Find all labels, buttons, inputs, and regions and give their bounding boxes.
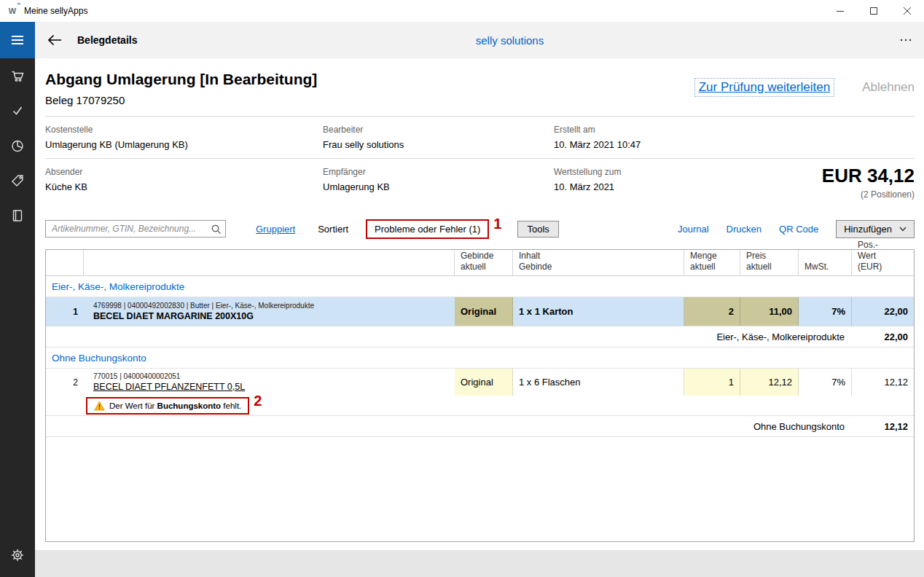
cell-menge[interactable]: 2: [684, 297, 740, 326]
sidebar-spacer: [0, 233, 35, 538]
field-label: Absender: [45, 167, 323, 177]
back-arrow-icon: [47, 33, 63, 47]
field-label: Bearbeiter: [323, 125, 554, 135]
group-header: Ohne Buchungskonto: [46, 348, 914, 369]
group-header: Eier-, Käse-, Molkereiprodukte: [46, 276, 914, 297]
cell-gebinde[interactable]: Original: [455, 369, 513, 396]
field-label: Kostenstelle: [45, 125, 323, 135]
row-warning: Der Wert für Buchungskonto fehlt. 2: [46, 396, 914, 416]
menu-button[interactable]: [0, 22, 35, 58]
journal-link[interactable]: Journal: [678, 224, 709, 235]
search-input[interactable]: [52, 224, 211, 234]
document-title: Abgang Umlagerung [In Bearbeitung]: [45, 71, 317, 88]
table-header-row: Gebinde aktuell Inhalt Gebinde Menge akt…: [46, 250, 914, 276]
subtotal-label: Ohne Buchungskonto: [46, 421, 852, 432]
field-empfaenger: Empfänger Umlagerung KB: [323, 167, 554, 214]
total-amount: EUR 34,12: [822, 165, 915, 187]
header-pos-wert: Pos.-Wert (EUR): [852, 250, 914, 275]
problems-filter-button[interactable]: Probleme oder Fehler (1): [366, 219, 489, 239]
window-titlebar: W Meine sellyApps: [0, 0, 924, 22]
page-title: Belegdetails: [77, 34, 137, 46]
cart-icon: [10, 68, 25, 83]
pie-chart-icon: [10, 138, 25, 153]
cell-inhalt[interactable]: 1 x 6 Flaschen: [513, 369, 684, 396]
cell-inhalt[interactable]: 1 x 1 Karton: [513, 297, 684, 326]
drucken-link[interactable]: Drucken: [727, 224, 761, 235]
header-mwst: MwSt.: [799, 250, 852, 275]
cell-pos-wert: 22,00: [852, 297, 914, 326]
sidebar-item-tasks[interactable]: [0, 93, 35, 128]
subtotal-label: Eier-, Käse-, Molkereiprodukte: [46, 331, 852, 342]
cell-gebinde[interactable]: Original: [455, 297, 513, 326]
maximize-button[interactable]: [857, 0, 890, 22]
document-number: Beleg 17079250: [45, 94, 317, 106]
tenant-title: selly solutions: [476, 34, 544, 47]
menu-icon: [12, 36, 23, 37]
table-empty-area: [46, 437, 914, 541]
check-icon: [10, 103, 25, 118]
field-erstellt-am: Erstellt am 10. März 2021 10:47: [554, 125, 915, 158]
minimize-button[interactable]: [823, 0, 857, 22]
annotation-marker-1: 1: [493, 216, 501, 232]
minimize-icon: [837, 7, 844, 15]
document-total: EUR 34,12 (2 Positionen): [822, 165, 915, 200]
sidebar-item-reports[interactable]: [0, 128, 35, 163]
hinzufuegen-button[interactable]: Hinzufügen: [836, 220, 915, 238]
maximize-icon: [870, 7, 877, 15]
warning-triangle-icon: [94, 401, 105, 411]
header-menge: Menge aktuell: [684, 250, 740, 275]
list-toolbar: Gruppiert Sortiert Probleme oder Fehler …: [45, 219, 915, 239]
qr-code-link[interactable]: QR Code: [779, 224, 818, 235]
cell-preis[interactable]: 12,12: [740, 369, 799, 396]
forward-for-review-link[interactable]: Zur Prüfung weiterleiten: [694, 78, 834, 97]
header-description: [84, 250, 455, 275]
row-position: 1: [46, 297, 84, 326]
field-value: Frau selly solutions: [323, 139, 554, 150]
reject-button[interactable]: Ablehnen: [862, 78, 915, 97]
book-icon: [10, 208, 25, 223]
search-icon[interactable]: [211, 224, 222, 235]
close-button[interactable]: [890, 0, 924, 22]
row-description: 770015 | 04000400002051 BECEL DIAET PFLA…: [84, 369, 455, 396]
document-heading: Abgang Umlagerung [In Bearbeitung] Beleg…: [45, 71, 317, 116]
sidebar-item-journal[interactable]: [0, 198, 35, 233]
cell-preis[interactable]: 11,00: [740, 297, 799, 326]
back-button[interactable]: [45, 31, 64, 50]
settings-button[interactable]: [0, 538, 35, 573]
nav-sidebar: [0, 22, 35, 577]
annotation-marker-2: 2: [254, 393, 262, 409]
row-description: 4769998 | 04000492002830 | Butter | Eier…: [84, 297, 455, 326]
group-title: Ohne Buchungskonto: [52, 353, 146, 364]
close-icon: [904, 7, 911, 15]
tools-button[interactable]: Tools: [517, 221, 558, 238]
warning-message-box: Der Wert für Buchungskonto fehlt.: [86, 397, 249, 415]
chevron-down-icon: [899, 227, 907, 232]
field-value: Umlagerung KB: [323, 181, 554, 192]
gruppiert-link[interactable]: Gruppiert: [256, 224, 295, 235]
article-name[interactable]: BECEL DIAET PFLANZENFETT 0,5L: [93, 382, 245, 392]
hinzufuegen-label: Hinzufügen: [844, 224, 892, 235]
app-header: Belegdetails selly solutions: [35, 22, 924, 58]
more-button[interactable]: [898, 34, 914, 47]
cell-mwst: 7%: [799, 297, 852, 326]
gear-icon: [10, 548, 25, 562]
article-meta: 4769998 | 04000492002830 | Butter | Eier…: [93, 302, 314, 310]
sidebar-item-labels[interactable]: [0, 163, 35, 198]
field-bearbeiter: Bearbeiter Frau selly solutions: [323, 125, 554, 158]
cell-menge[interactable]: 1: [684, 369, 740, 396]
sidebar-item-cart[interactable]: [0, 58, 35, 93]
field-label: Empfänger: [323, 167, 554, 177]
field-value: 10. März 2021 10:47: [554, 139, 915, 150]
warning-text: Der Wert für Buchungskonto fehlt.: [109, 401, 241, 410]
document-content: Abgang Umlagerung [In Bearbeitung] Beleg…: [35, 58, 924, 550]
header-preis: Preis aktuell: [740, 250, 799, 275]
cell-mwst: 7%: [799, 369, 852, 396]
tag-icon: [10, 173, 25, 188]
row-position: 2: [46, 369, 84, 396]
group-subtotal-row: Ohne Buchungskonto 12,12: [46, 416, 914, 437]
search-box: [45, 220, 226, 238]
cell-pos-wert: 12,12: [852, 369, 914, 396]
table-row[interactable]: 2 770015 | 04000400002051 BECEL DIAET PF…: [46, 369, 914, 396]
table-row[interactable]: 1 4769998 | 04000492002830 | Butter | Ei…: [46, 297, 914, 326]
sortiert-link[interactable]: Sortiert: [318, 224, 348, 235]
